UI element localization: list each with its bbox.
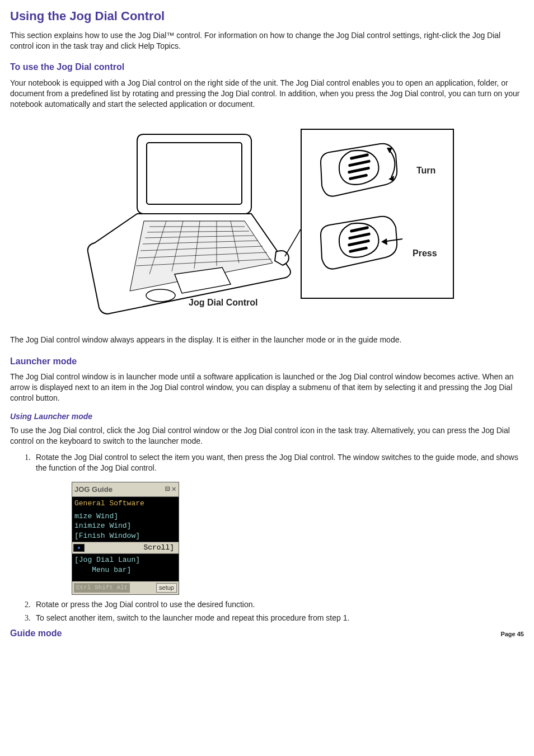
jog-status-left: Ctrl Shift Alt [74, 583, 130, 593]
launcher-para2: To use the Jog Dial control, click the J… [10, 425, 524, 447]
setup-button[interactable]: setup [156, 583, 177, 593]
steps-list: Rotate the Jog Dial control to select th… [32, 452, 524, 475]
jog-dial-illustration: Turn Press Jog Dial Control [10, 123, 524, 325]
svg-line-14 [285, 229, 301, 256]
jog-guide-list-lower: [Jog Dial Laun] Menu bar] [72, 554, 179, 581]
section-use-para1: Your notebook is equipped with a Jog Dia… [10, 78, 524, 110]
step-2: Rotate or press the Jog Dial control to … [32, 599, 524, 611]
jog-guide-title: JOG Guide [74, 485, 113, 495]
jog-row[interactable]: [Jog Dial Laun] [72, 555, 179, 565]
steps-list-cont: Rotate or press the Jog Dial control to … [32, 599, 524, 624]
jog-scroll-label: Scroll] [88, 543, 177, 553]
jog-dial-detail-drawing [302, 130, 453, 298]
jog-row[interactable]: mize Wind] [72, 511, 179, 522]
illustration-caption: Jog Dial Control [189, 297, 258, 309]
page-title: Using the Jog Dial Control [10, 8, 524, 25]
jog-dial-detail-panel: Turn Press [301, 129, 454, 299]
jog-status-bar: Ctrl Shift Alt setup [72, 581, 179, 594]
section-use-para2: The Jog Dial control window always appea… [10, 335, 524, 345]
jog-guide-window: JOG Guide ⊟ ✕ General Software mize Wind… [72, 482, 179, 595]
jog-row[interactable]: inimize Wind] [72, 521, 179, 531]
jog-guide-min-icon[interactable]: ⊟ [165, 484, 170, 495]
page-number: Page 45 [500, 630, 524, 638]
press-label: Press [413, 247, 437, 260]
launcher-mode-heading: Launcher mode [10, 355, 524, 368]
launcher-para1: The Jog Dial control window is in launch… [10, 372, 524, 403]
jog-scroll-row[interactable]: Scroll] [72, 542, 179, 554]
step-1: Rotate the Jog Dial control to select th… [32, 452, 524, 475]
jog-guide-titlebar: JOG Guide ⊟ ✕ [72, 482, 179, 497]
jog-guide-header: General Software [72, 497, 179, 510]
jog-guide-list-upper: mize Wind] inimize Wind] [Finish Window] [72, 510, 179, 542]
close-icon[interactable]: ✕ [172, 484, 176, 495]
laptop-drawing [77, 129, 301, 319]
jog-row[interactable]: [Finish Window] [72, 531, 179, 541]
section-use-heading: To use the Jog Dial control [10, 61, 524, 73]
using-launcher-heading: Using Launcher mode [10, 411, 524, 422]
turn-label: Turn [416, 165, 435, 177]
svg-rect-0 [147, 143, 242, 204]
step-3: To select another item, switch to the la… [32, 613, 524, 624]
jog-row[interactable]: Menu bar] [72, 565, 179, 575]
guide-mode-heading: Guide mode [10, 627, 62, 640]
jog-scroll-knob-icon[interactable] [73, 544, 85, 552]
svg-point-13 [146, 289, 175, 302]
intro-paragraph: This section explains how to use the Jog… [10, 30, 524, 51]
